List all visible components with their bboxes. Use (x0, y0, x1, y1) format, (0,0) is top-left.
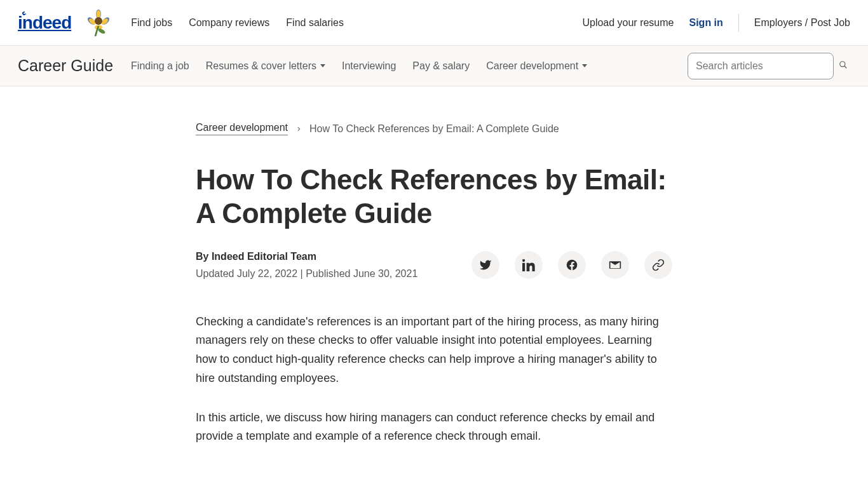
article-title: How To Check References by Email: A Comp… (196, 163, 672, 231)
search-wrap (688, 53, 850, 79)
email-icon (609, 259, 621, 271)
article-dates: Updated July 22, 2022 | Published June 3… (196, 268, 417, 279)
subnav-finding-a-job[interactable]: Finding a job (131, 60, 189, 72)
paragraph: In this article, we discuss how hiring m… (196, 409, 672, 446)
nav-company-reviews[interactable]: Company reviews (189, 17, 269, 29)
search-button[interactable] (836, 58, 850, 74)
nav-find-jobs[interactable]: Find jobs (131, 17, 172, 29)
paragraph: Checking a candidate's references is an … (196, 313, 672, 388)
breadcrumb-current: How To Check References by Email: A Comp… (309, 123, 559, 135)
author-byline: By Indeed Editorial Team (196, 248, 417, 265)
subnav-pay-salary[interactable]: Pay & salary (412, 60, 470, 72)
copy-link-button[interactable] (644, 251, 672, 279)
svg-line-11 (844, 66, 847, 69)
top-right-group: Upload your resume Sign in Employers / P… (582, 14, 850, 32)
sub-nav-links: Finding a job Resumes & cover letters In… (131, 60, 587, 72)
logo-text: indeed (18, 13, 71, 32)
subnav-interviewing[interactable]: Interviewing (342, 60, 396, 72)
svg-point-10 (840, 62, 845, 67)
chevron-right-icon (295, 123, 302, 135)
share-icons (471, 251, 672, 279)
meta-text: By Indeed Editorial Team Updated July 22… (196, 248, 417, 282)
breadcrumb: Career development How To Check Referenc… (196, 122, 672, 135)
subnav-label: Career development (486, 60, 578, 72)
sunflower-icon (84, 8, 113, 37)
upload-resume-link[interactable]: Upload your resume (582, 17, 674, 29)
share-facebook-button[interactable] (558, 251, 586, 279)
search-icon (839, 60, 848, 69)
employers-link[interactable]: Employers / Post Job (754, 17, 850, 29)
indeed-logo[interactable]: indeed (18, 13, 71, 33)
linkedin-icon (522, 259, 535, 271)
svg-point-8 (95, 17, 102, 25)
signin-link[interactable]: Sign in (689, 17, 723, 29)
top-left-group: indeed Find jobs Co (18, 8, 344, 37)
header-divider (738, 14, 739, 32)
twitter-icon (479, 259, 492, 271)
career-guide-title[interactable]: Career Guide (18, 57, 113, 75)
sub-nav: Career Guide Finding a job Resumes & cov… (0, 46, 868, 86)
primary-nav: Find jobs Company reviews Find salaries (131, 17, 344, 29)
share-linkedin-button[interactable] (515, 251, 543, 279)
subnav-label: Resumes & cover letters (206, 60, 316, 72)
top-header: indeed Find jobs Co (0, 0, 868, 46)
svg-point-3 (97, 10, 101, 18)
sub-nav-left: Career Guide Finding a job Resumes & cov… (18, 57, 587, 75)
breadcrumb-parent[interactable]: Career development (196, 122, 288, 135)
chevron-down-icon (320, 64, 325, 67)
subnav-resumes-cover-letters[interactable]: Resumes & cover letters (206, 60, 325, 72)
share-twitter-button[interactable] (471, 251, 499, 279)
article-body: Checking a candidate's references is an … (196, 313, 672, 446)
meta-row: By Indeed Editorial Team Updated July 22… (196, 248, 672, 282)
nav-find-salaries[interactable]: Find salaries (286, 17, 344, 29)
share-email-button[interactable] (601, 251, 629, 279)
subnav-career-development[interactable]: Career development (486, 60, 587, 72)
search-input[interactable] (688, 53, 834, 79)
chevron-down-icon (582, 64, 587, 67)
facebook-icon (566, 259, 578, 271)
link-icon (652, 259, 665, 271)
article-content: Career development How To Check Referenc… (183, 86, 685, 488)
